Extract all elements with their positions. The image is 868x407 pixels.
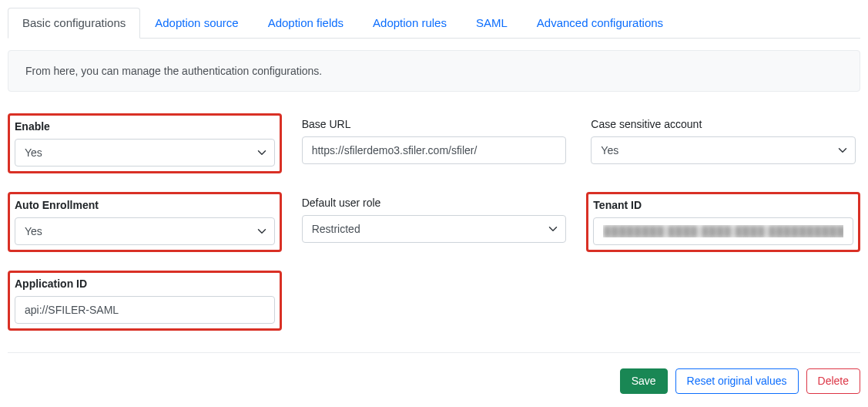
label-case-sensitive: Case sensitive account — [591, 118, 856, 130]
tabs-bar: Basic configurations Adoption source Ado… — [8, 8, 860, 39]
field-base-url: Base URL — [297, 113, 571, 173]
tab-basic-configurations[interactable]: Basic configurations — [8, 8, 140, 39]
field-application-id: Application ID — [8, 271, 282, 331]
label-base-url: Base URL — [302, 118, 567, 130]
input-application-id[interactable] — [15, 296, 275, 324]
reset-button[interactable]: Reset original values — [675, 368, 799, 394]
select-default-user-role[interactable]: Restricted — [302, 215, 567, 243]
label-tenant-id: Tenant ID — [593, 199, 853, 211]
select-case-sensitive[interactable]: Yes — [591, 136, 856, 164]
select-auto-enrollment[interactable]: Yes — [15, 217, 275, 245]
field-default-user-role: Default user role Restricted — [297, 192, 571, 252]
label-auto-enrollment: Auto Enrollment — [15, 199, 275, 211]
field-enable: Enable Yes — [8, 113, 282, 173]
label-application-id: Application ID — [15, 278, 275, 290]
info-box: From here, you can manage the authentica… — [8, 50, 860, 92]
tab-saml[interactable]: SAML — [461, 8, 522, 38]
input-tenant-id[interactable] — [593, 217, 853, 245]
save-button[interactable]: Save — [620, 368, 668, 394]
button-row: Save Reset original values Delete — [8, 368, 860, 394]
tab-adoption-source[interactable]: Adoption source — [140, 8, 253, 38]
field-tenant-id: Tenant ID — [586, 192, 860, 252]
form-grid: Enable Yes Base URL Case sensitive accou… — [8, 113, 860, 331]
tab-advanced-configurations[interactable]: Advanced configurations — [522, 8, 678, 38]
tab-adoption-fields[interactable]: Adoption fields — [253, 8, 358, 38]
field-auto-enrollment: Auto Enrollment Yes — [8, 192, 282, 252]
tab-adoption-rules[interactable]: Adoption rules — [358, 8, 461, 38]
input-base-url[interactable] — [302, 136, 567, 164]
label-default-user-role: Default user role — [302, 197, 567, 209]
select-enable[interactable]: Yes — [15, 139, 275, 166]
field-case-sensitive: Case sensitive account Yes — [586, 113, 860, 173]
delete-button[interactable]: Delete — [806, 368, 860, 394]
label-enable: Enable — [15, 120, 275, 133]
separator — [8, 352, 860, 353]
